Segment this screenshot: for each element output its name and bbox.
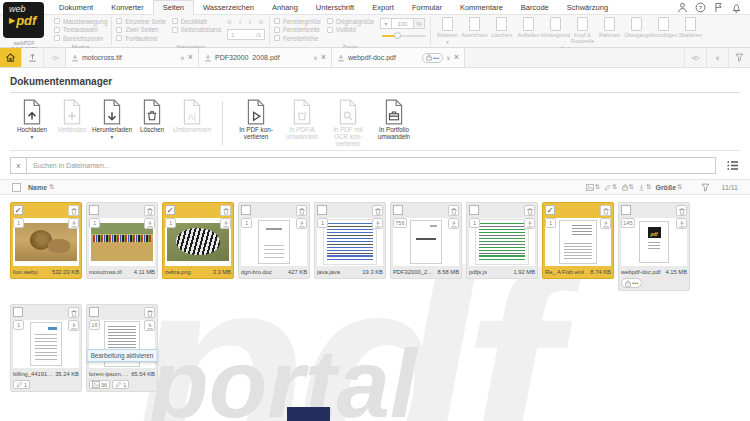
menu-item-export[interactable]: Export <box>363 0 403 15</box>
delete-file-button[interactable] <box>372 205 383 216</box>
ribbon-button-übergang[interactable]: Übergang <box>624 17 649 45</box>
ribbon-button-hinzufügen[interactable]: Hinzufügen <box>651 17 676 45</box>
file-card-billing-44191-pdf[interactable]: 1billing_44191....pdf35.24 KB1 <box>10 304 82 392</box>
list-view-toggle[interactable] <box>724 160 740 171</box>
zoom-slider[interactable] <box>382 32 426 39</box>
chevron-down-icon[interactable]: ∨ <box>180 54 184 61</box>
chevron-down-icon[interactable]: ∨ <box>446 54 450 61</box>
file-checkbox[interactable]: ✓ <box>165 205 175 215</box>
ribbon-item-seitenabstand[interactable]: Seitenabstand <box>172 26 221 35</box>
ribbon-item-vollbild[interactable]: Vollbild <box>327 26 374 35</box>
menu-item-dokument[interactable]: Dokument <box>50 0 102 15</box>
file-checkbox[interactable] <box>89 307 99 317</box>
file-card-motocross-tif[interactable]: 1motocross.tif4.11 MB <box>86 202 158 279</box>
ribbon-item-fensterbreite[interactable]: Fensterbreite <box>274 26 321 35</box>
upload-document-button[interactable] <box>22 48 44 67</box>
zoom-combo-dropdown-icon[interactable]: ▾ <box>380 18 391 29</box>
menu-item-schwärzung[interactable]: Schwärzung <box>558 0 617 15</box>
sort-by-annotation-button[interactable]: ⇅ <box>604 183 617 191</box>
zoom-slider-knob[interactable] <box>394 32 401 39</box>
file-checkbox[interactable] <box>393 205 403 215</box>
file-card-dgri-bro-doc[interactable]: 1dgri-bro.doc427 KB <box>238 202 310 279</box>
delete-file-button[interactable] <box>448 205 459 216</box>
toolbar-button-hochladen[interactable]: Hochladen▾ <box>12 99 52 141</box>
sort-by-name-button[interactable]: Name ⇅ <box>28 183 55 191</box>
file-card-pdfjs-js[interactable]: 1pdfjs.js1.92 MB <box>466 202 538 279</box>
ribbon-button-aufteilen[interactable]: Aufteilen <box>516 17 541 45</box>
ribbon-item-einzelne-seite[interactable]: Einzelne Seite <box>116 17 165 26</box>
ribbon-item-fenstergröße[interactable]: Fenstergröße <box>274 17 321 26</box>
clear-search-button[interactable]: × <box>10 157 27 174</box>
document-tab-motocross-tif[interactable]: motocross.tif∨× <box>66 48 199 67</box>
history-forward-button[interactable] <box>684 48 706 67</box>
ribbon-button-skalieren[interactable]: Skalieren <box>678 17 703 45</box>
menu-item-barcode[interactable]: Barcode <box>512 0 558 15</box>
menu-item-wasserzeichen[interactable]: Wasserzeichen <box>194 0 263 15</box>
select-all-checkbox[interactable] <box>12 183 21 192</box>
last-page-button[interactable]: » <box>258 18 263 26</box>
download-file-button[interactable] <box>524 218 535 229</box>
file-card-zebra-png[interactable]: ✓1zebra.png3.3 MB <box>162 202 234 279</box>
download-file-button[interactable] <box>600 218 611 229</box>
sort-by-signature-button[interactable]: ⇅ <box>638 183 651 191</box>
enable-editing-tooltip[interactable]: Bearbeitung aktivieren <box>87 349 158 362</box>
delete-file-button[interactable] <box>144 307 155 318</box>
download-file-button[interactable] <box>144 320 155 331</box>
flag-icon[interactable] <box>713 2 724 13</box>
ribbon-button-rahmen[interactable]: Rahmen <box>597 17 622 45</box>
page-number-field[interactable]: 1 /1 <box>227 29 265 40</box>
ribbon-button-rotieren[interactable]: Rotieren▾ <box>435 17 460 45</box>
zoom-percent-button[interactable]: % <box>413 18 425 29</box>
tab-list-dropdown[interactable]: ∨ <box>706 48 728 67</box>
toolbar-button-löschen[interactable]: Löschen <box>132 99 172 133</box>
ribbon-item-zwei-seiten[interactable]: Zwei Seiten <box>116 26 165 35</box>
menu-item-konverter[interactable]: Konverter <box>102 0 153 15</box>
download-file-button[interactable] <box>220 218 231 229</box>
document-tab-webpdf-doc-pdf[interactable]: webpdf-doc.pdf•••∨× <box>332 48 465 67</box>
close-tab-icon[interactable]: × <box>454 53 459 62</box>
search-input[interactable] <box>26 157 716 174</box>
toolbar-button-in-pdf-kon-vertieren[interactable]: In PDF kon-vertieren <box>233 99 279 140</box>
ribbon-item-fensterhöhe[interactable]: Fensterhöhe <box>274 34 321 43</box>
file-checkbox[interactable]: ✓ <box>545 205 555 215</box>
chevron-down-icon[interactable]: ∨ <box>313 54 317 61</box>
file-checkbox[interactable] <box>89 205 99 215</box>
menu-item-unterschrift[interactable]: Unterschrift <box>307 0 363 15</box>
dropdown-arrow-icon[interactable]: ▾ <box>111 134 114 141</box>
ribbon-item-mausbewegung[interactable]: Mausbewegung <box>54 17 107 26</box>
ribbon-item-bereichszoom[interactable]: Bereichszoom <box>54 34 107 43</box>
delete-file-button[interactable] <box>144 205 155 216</box>
dropdown-arrow-icon[interactable]: ▾ <box>31 134 34 141</box>
menu-item-formular[interactable]: Formular <box>403 0 451 15</box>
menu-item-seiten[interactable]: Seiten <box>153 0 194 15</box>
delete-file-button[interactable] <box>220 205 231 216</box>
user-icon[interactable] <box>677 2 688 13</box>
notifications-icon[interactable] <box>731 2 742 13</box>
file-card-pdf32000-20-pdf[interactable]: 756PDF32000_20....pdf8.58 MB <box>390 202 462 279</box>
ribbon-item-originalgröße[interactable]: Originalgröße <box>327 17 374 26</box>
close-tab-icon[interactable]: × <box>188 53 193 62</box>
dropdown-arrow-icon[interactable]: ▾ <box>446 39 449 45</box>
download-icon[interactable] <box>204 54 212 62</box>
first-page-button[interactable]: « <box>227 18 232 26</box>
menu-item-kommentare[interactable]: Kommentare <box>451 0 512 15</box>
delete-file-button[interactable] <box>68 205 79 216</box>
download-file-button[interactable] <box>296 218 307 229</box>
delete-file-button[interactable] <box>68 307 79 318</box>
file-checkbox[interactable] <box>13 307 23 317</box>
download-file-button[interactable] <box>68 320 79 331</box>
previous-page-button[interactable]: ‹ <box>239 18 242 26</box>
file-card-java-java[interactable]: 1java.java19.3 KB <box>314 202 386 279</box>
help-icon[interactable]: ? <box>695 2 706 13</box>
document-tab-pdf32000-2008-pdf[interactable]: PDF32000_2008.pdf∨× <box>199 48 332 67</box>
delete-file-button[interactable] <box>296 205 307 216</box>
ribbon-button-hintergrund[interactable]: Hintergrund <box>543 17 568 45</box>
sort-by-image-button[interactable]: ⇅ <box>586 183 600 191</box>
ribbon-button-ausrichten[interactable]: Ausrichten <box>462 17 487 45</box>
file-checkbox[interactable] <box>621 205 631 215</box>
zoom-level-combo[interactable]: ▾ 100 % <box>380 18 426 29</box>
ribbon-button-kopf-fusszeile[interactable]: Kopf &Fusszeile <box>570 17 595 45</box>
history-back-button[interactable] <box>44 48 66 67</box>
download-file-button[interactable] <box>68 218 79 229</box>
file-checkbox[interactable] <box>317 205 327 215</box>
